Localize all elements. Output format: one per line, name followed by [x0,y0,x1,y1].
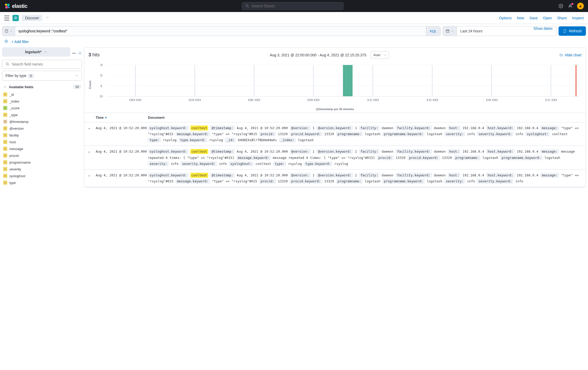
field-value: cooltest [190,149,208,154]
newsfeed-icon[interactable] [568,3,573,9]
field-key: procid.keyword: [290,132,322,136]
field-key: severity: [444,179,465,184]
chevron-down-icon[interactable] [45,15,50,20]
available-fields-header[interactable]: Available fields 14 [2,83,82,91]
field-search[interactable] [2,60,82,69]
field-item[interactable]: t_type [2,111,82,118]
field-item[interactable]: tmessage [2,145,82,152]
field-item[interactable]: tfacility [2,132,82,139]
query-input[interactable] [15,26,426,36]
field-item[interactable]: thost [2,139,82,145]
user-avatar[interactable]: e [577,3,584,9]
document-table: Time ▼ Document ▸Aug 4, 2021 @ 10:52:20.… [84,113,586,187]
field-name: type [9,181,16,185]
saved-query-button[interactable] [2,26,15,36]
field-key: @version.keyword: [316,149,353,154]
field-item[interactable]: #_score [2,105,82,111]
svg-text:2: 2 [100,74,103,77]
field-key: sysloghost: [525,132,550,136]
expand-row-icon[interactable]: ▸ [88,172,96,184]
field-item[interactable]: tseverity [2,166,82,172]
index-pattern-selector[interactable]: logstash* [2,47,70,57]
add-filter-button[interactable]: + Add filter [11,40,29,44]
field-value: daemon [382,150,393,153]
histogram-chart[interactable]: Count 0 1 2 3 [84,62,586,107]
header-icon-1[interactable] [558,3,563,9]
eye-closed-icon [559,53,563,57]
filter-by-type-label: Filter by type [5,74,26,78]
search-icon [245,4,249,8]
field-key: @timestamp: [210,173,235,178]
elastic-logo[interactable]: elastic [4,3,27,9]
chevron-down-icon [44,50,47,54]
column-time[interactable]: Time ▼ [96,116,148,120]
svg-text:15:00: 15:00 [426,99,438,102]
global-header: elastic e [0,0,588,12]
field-value: logstash [298,138,314,142]
collapse-sidebar-icon[interactable] [78,51,82,56]
available-fields-label: Available fields [9,85,33,89]
field-item[interactable]: tsysloghost [2,172,82,179]
inspect-link[interactable]: Inspect [572,16,584,20]
field-value: logstash [482,156,498,160]
app-name-badge[interactable]: Discover [22,15,42,21]
filter-icon[interactable] [4,39,8,44]
sidebar-actions-icon[interactable]: ••• [72,52,76,55]
field-key: @version.keyword: [316,126,353,130]
field-item[interactable]: tprocid [2,152,82,159]
field-item[interactable]: t_id [2,91,82,98]
field-value: 192.168.0.4 [463,150,484,153]
field-key: @timestamp: [210,149,235,154]
refresh-button[interactable]: Refresh [559,26,586,36]
global-search[interactable] [242,2,344,10]
hide-chart-button[interactable]: Hide chart [559,53,581,57]
field-key: facility.keyword: [395,149,432,154]
svg-point-3 [8,7,10,8]
field-value: daemon [382,173,393,177]
global-search-input[interactable] [251,4,340,8]
field-key: _id: [225,138,236,142]
save-link[interactable]: Save [529,16,538,20]
field-name: facility [9,133,19,137]
open-link[interactable]: Open [543,16,552,20]
field-type-icon: t [3,133,7,137]
field-item[interactable]: tprogramname [2,159,82,166]
field-item[interactable]: t_index [2,98,82,105]
field-value: 192.168.0.4 [517,126,538,130]
field-item[interactable]: ttype [2,179,82,186]
field-item[interactable]: t@version [2,125,82,132]
kql-toggle[interactable]: KQL [426,26,440,36]
column-document[interactable]: Document [148,116,581,120]
field-type-icon: t [3,147,7,151]
svg-point-20 [6,63,8,65]
new-link[interactable]: New [517,16,524,20]
expand-row-icon[interactable]: ▸ [88,125,96,143]
field-value: "type" => "rsyslog"#015 [212,132,257,136]
share-link[interactable]: Share [557,16,567,20]
svg-text:1: 1 [100,85,103,87]
chart-svg: 0 1 2 3 00:0003:00 06:0009:00 12:0015:00… [97,62,579,104]
expand-row-icon[interactable]: ▸ [88,148,96,166]
nav-toggle[interactable] [4,16,9,20]
svg-rect-49 [343,65,353,96]
time-picker-button[interactable] [443,26,457,36]
field-key: programname: [454,155,480,160]
field-name: _index [9,99,19,103]
chevron-down-icon [3,85,7,89]
interval-select[interactable]: Auto [370,51,389,59]
field-key: host.keyword: [486,149,515,154]
field-key: message: [540,173,559,178]
hits-header: 3 hits Aug 3, 2021 @ 22:00:00.000 - Aug … [84,47,586,62]
field-search-input[interactable] [12,62,79,66]
show-dates-link[interactable]: Show dates [530,26,556,36]
filter-by-type[interactable]: Filter by type0 [2,71,82,81]
field-key: severity: [444,132,465,136]
field-value: info [515,179,523,183]
field-key: type.keyword: [304,161,332,166]
svg-line-21 [8,65,9,65]
field-item[interactable]: @timestamp [2,118,82,125]
x-axis-label: @timestamp per 30 minutes [84,107,586,113]
time-range-display[interactable]: Last 24 hours [457,26,530,36]
field-key: host: [448,126,461,130]
options-link[interactable]: Options [499,16,512,20]
